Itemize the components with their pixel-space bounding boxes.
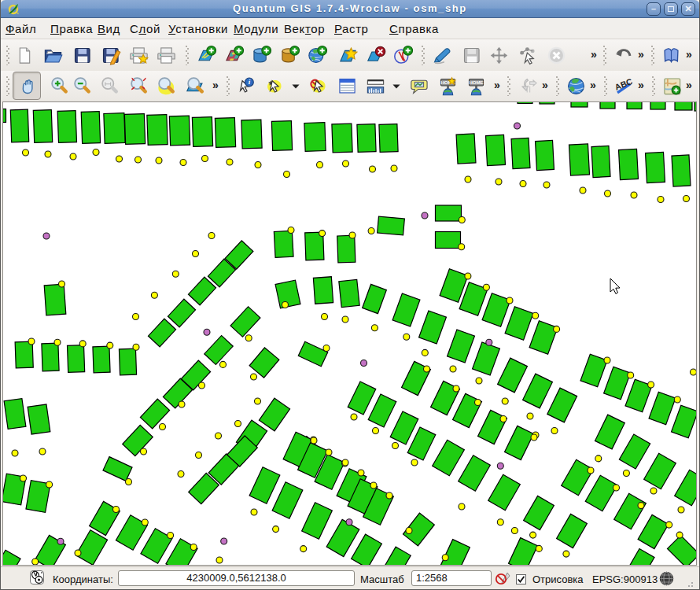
svg-text:HOME: HOME [469, 80, 483, 85]
